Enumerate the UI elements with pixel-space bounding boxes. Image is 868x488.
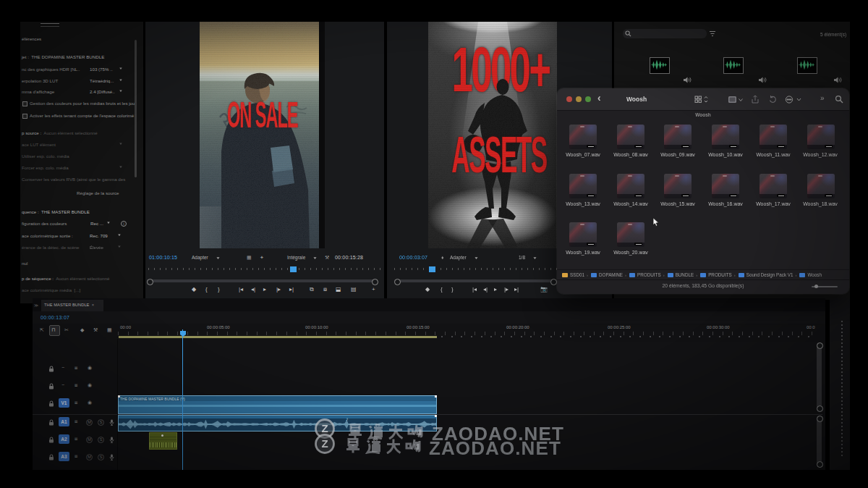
svg-text:Z: Z — [321, 422, 328, 434]
svg-text:Z: Z — [321, 437, 328, 450]
